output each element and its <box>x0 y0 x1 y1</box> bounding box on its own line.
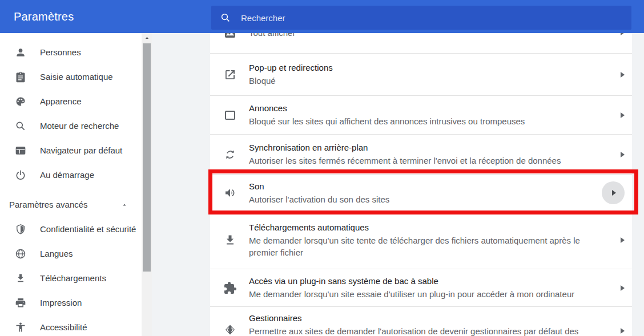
scroll-up-icon[interactable] <box>142 33 152 42</box>
sidebar-item-privacy[interactable]: Confidentialité et sécurité <box>0 217 142 241</box>
sidebar-item-on-startup[interactable]: Au démarrage <box>0 163 142 187</box>
row-title: Son <box>249 181 389 192</box>
download-icon <box>15 273 26 284</box>
chevron-right-icon[interactable] <box>621 152 625 157</box>
chevron-right-icon[interactable] <box>621 112 625 118</box>
sidebar-item-label: Navigateur par défaut <box>40 145 122 155</box>
site-settings-list: Tout afficher Pop-up et redirections Blo… <box>210 33 632 336</box>
sidebar-item-label: Apparence <box>40 96 82 106</box>
chevron-right-icon[interactable] <box>621 72 625 78</box>
chevron-right-icon[interactable] <box>621 237 625 243</box>
row-title: Téléchargements automatiques <box>249 222 602 233</box>
sidebar-item-search-engine[interactable]: Moteur de recherche <box>0 114 142 138</box>
browser-icon <box>15 145 26 156</box>
row-title: Synchronisation en arrière-plan <box>249 142 561 153</box>
sidebar-item-printing[interactable]: Impression <box>0 290 142 315</box>
sidebar-item-accessibility[interactable]: Accessibilité <box>0 315 142 336</box>
sidebar-scrollbar[interactable] <box>142 33 152 336</box>
search-icon <box>15 120 26 132</box>
settings-toolbar: Paramètres <box>0 0 644 33</box>
sidebar-item-label: Personnes <box>40 47 81 57</box>
handler-icon <box>223 323 237 336</box>
sidebar-item-label: Au démarrage <box>40 170 94 180</box>
row-automatic-downloads[interactable]: Téléchargements automatiques Me demander… <box>210 212 632 269</box>
sidebar-advanced-toggle[interactable]: Paramètres avancés <box>0 192 142 217</box>
download-icon <box>223 233 237 247</box>
sidebar-item-autofill[interactable]: Saisie automatique <box>0 64 142 89</box>
printer-icon <box>15 297 26 309</box>
person-icon <box>15 47 26 58</box>
open-in-new-icon <box>223 68 237 82</box>
row-title: Pop-up et redirections <box>249 62 333 74</box>
page-title: Paramètres <box>14 0 74 33</box>
advanced-section-label: Paramètres avancés <box>9 200 88 209</box>
ads-icon <box>223 108 237 122</box>
row-subtitle: Me demander lorsqu'un site tente de télé… <box>249 234 602 258</box>
settings-search[interactable] <box>211 6 631 30</box>
search-icon <box>220 13 231 23</box>
accessibility-icon <box>15 322 26 333</box>
globe-icon <box>15 248 26 260</box>
row-title: Accès via un plug-in sans système de bac… <box>249 276 574 287</box>
sidebar-item-label: Confidentialité et sécurité <box>40 224 136 234</box>
clipboard-icon <box>15 71 26 83</box>
row-ads[interactable]: Annonces Bloqué sur les sites qui affich… <box>210 96 632 135</box>
row-popups[interactable]: Pop-up et redirections Bloqué <box>210 54 632 96</box>
chevron-right-icon[interactable] <box>621 285 625 291</box>
row-title: Gestionnaires <box>249 313 578 324</box>
sync-icon <box>223 148 237 161</box>
sidebar-item-label: Saisie automatique <box>40 72 113 82</box>
search-input[interactable] <box>241 13 631 23</box>
row-unsandboxed-plugins[interactable]: Accès via un plug-in sans système de bac… <box>210 269 632 307</box>
row-subtitle: Autoriser l'activation du son des sites <box>249 193 389 205</box>
caret-up-icon <box>121 201 128 208</box>
scrollbar-thumb[interactable] <box>143 43 151 272</box>
sidebar-item-downloads[interactable]: Téléchargements <box>0 266 142 290</box>
sidebar-item-label: Téléchargements <box>40 273 106 283</box>
shield-icon <box>15 224 26 235</box>
settings-sidebar: Personnes Saisie automatique Apparence M… <box>0 33 152 336</box>
chevron-right-icon <box>612 190 616 196</box>
row-handlers[interactable]: Gestionnaires Permettre aux sites de dem… <box>210 307 632 336</box>
row-background-sync[interactable]: Synchronisation en arrière-plan Autorise… <box>210 135 632 175</box>
row-subtitle: Me demander lorsqu'un site essaie d'util… <box>249 288 574 300</box>
sidebar-item-languages[interactable]: Langues <box>0 241 142 266</box>
sidebar-item-label: Langues <box>40 249 73 258</box>
sidebar-item-appearance[interactable]: Apparence <box>0 89 142 114</box>
volume-up-icon <box>223 186 237 200</box>
chevron-button[interactable] <box>602 181 625 204</box>
row-subtitle: Permettre aux sites de demander l'autori… <box>249 325 578 336</box>
palette-icon <box>15 96 26 107</box>
sidebar-item-default-browser[interactable]: Navigateur par défaut <box>0 138 142 163</box>
row-subtitle: Bloqué sur les sites qui affichent des a… <box>249 115 525 127</box>
row-subtitle: Autoriser les sites fermés récemment à t… <box>249 155 561 167</box>
sidebar-item-label: Moteur de recherche <box>40 121 119 131</box>
row-title: Annonces <box>249 103 525 114</box>
sidebar-item-label: Impression <box>40 298 82 307</box>
extension-icon <box>223 281 237 295</box>
sidebar-item-label: Accessibilité <box>40 322 87 332</box>
row-subtitle: Bloqué <box>249 75 333 87</box>
row-sound[interactable]: Son Autoriser l'activation du son des si… <box>210 175 632 212</box>
sidebar-item-people[interactable]: Personnes <box>0 40 142 64</box>
chevron-right-icon[interactable] <box>621 328 625 334</box>
power-icon <box>15 169 26 181</box>
